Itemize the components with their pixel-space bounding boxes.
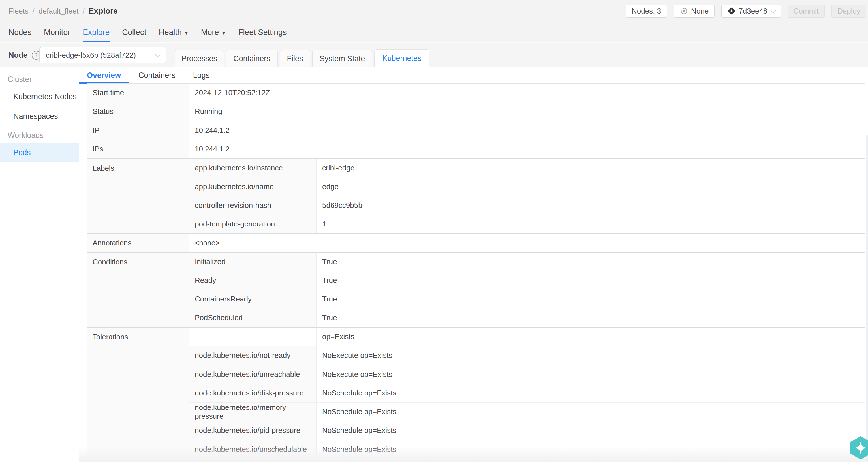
app-window: Fleets/default_fleet/Explore Nodes: 3 No… (0, 0, 868, 462)
tab-containers[interactable]: Containers (226, 50, 278, 67)
nav-item-more[interactable]: More▼ (201, 22, 226, 42)
tab-processes[interactable]: Processes (175, 50, 224, 67)
row-label: Tolerations (87, 327, 189, 459)
nav-item-fleet-settings[interactable]: Fleet Settings (238, 22, 286, 42)
version-dropdown[interactable]: 7d3ee48 (721, 4, 780, 18)
row-key: node.kubernetes.io/disk-pressure (189, 383, 316, 402)
commit-diamond-icon (727, 7, 736, 15)
fleet-nav: NodesMonitorExploreCollectHealth▼More▼Fl… (0, 22, 868, 42)
row-label: Start time (87, 84, 189, 102)
table-row: PodScheduledTrue (87, 309, 865, 327)
row-value: NoSchedule op=Exists (316, 383, 865, 402)
nav-item-monitor[interactable]: Monitor (44, 22, 70, 42)
restore-point-button[interactable]: None (674, 4, 715, 18)
tab-files[interactable]: Files (280, 50, 310, 67)
row-value: 10.244.1.2 (189, 121, 865, 140)
nav-item-label: Fleet Settings (238, 28, 286, 37)
node-toolbar: Node ? cribl-edge-l5x6p (528af722) Proce… (0, 42, 868, 67)
row-value: True (316, 252, 865, 271)
nav-item-collect[interactable]: Collect (122, 22, 146, 42)
caret-down-icon: ▼ (184, 31, 189, 35)
restore-icon (680, 7, 688, 15)
nav-item-label: Explore (83, 28, 110, 37)
table-row: pod-template-generation1 (87, 215, 865, 234)
row-value: True (316, 309, 865, 327)
nav-item-label: Collect (122, 28, 146, 37)
row-value: True (316, 290, 865, 309)
node-label: Node ? (8, 43, 41, 67)
caret-down-icon: ▼ (221, 31, 226, 35)
row-key: ContainersReady (189, 290, 316, 309)
table-row: node.kubernetes.io/unreachableNoExecute … (87, 365, 865, 383)
main-content: ClusterKubernetes NodesNamespacesWorkloa… (0, 67, 868, 462)
table-row: node.kubernetes.io/memory-pressureNoSche… (87, 403, 865, 421)
row-value: cribl-edge (316, 158, 865, 177)
nav-item-explore[interactable]: Explore (83, 22, 110, 42)
row-key: controller-revision-hash (189, 196, 316, 215)
top-header: Fleets/default_fleet/Explore Nodes: 3 No… (0, 0, 868, 22)
kubernetes-sidebar: ClusterKubernetes NodesNamespacesWorkloa… (0, 67, 79, 462)
deploy-button[interactable]: Deploy (832, 4, 866, 18)
row-value: True (316, 271, 865, 289)
row-label: IPs (87, 140, 189, 158)
table-row: node.kubernetes.io/not-readyNoExecute op… (87, 346, 865, 365)
row-key: node.kubernetes.io/unreachable (189, 365, 316, 383)
restore-label: None (691, 7, 709, 16)
subtab-label: Overview (87, 71, 121, 80)
row-value: Running (189, 102, 865, 121)
node-select-value: cribl-edge-l5x6p (528af722) (46, 51, 155, 60)
subtab-label: Logs (193, 71, 210, 80)
nav-item-nodes[interactable]: Nodes (8, 22, 31, 42)
nav-item-health[interactable]: Health▼ (159, 22, 189, 42)
row-value: NoSchedule op=Exists (316, 440, 865, 459)
deploy-label: Deploy (837, 7, 860, 16)
tab-label: System State (320, 54, 365, 63)
nav-item-label: Monitor (44, 28, 70, 37)
row-key: app.kubernetes.io/instance (189, 158, 316, 177)
node-label-text: Node (8, 51, 28, 60)
table-row: Start time2024-12-10T20:52:12Z (87, 84, 865, 102)
chevron-down-icon (155, 51, 162, 58)
row-label: IP (87, 121, 189, 140)
sidebar-section-cluster: Cluster (0, 72, 79, 87)
sidebar-item-namespaces[interactable]: Namespaces (0, 106, 79, 126)
nodes-count-label: Nodes: 3 (631, 7, 661, 16)
nav-item-label: More (201, 28, 219, 37)
tab-system-state[interactable]: System State (312, 50, 372, 67)
table-row: node.kubernetes.io/disk-pressureNoSchedu… (87, 383, 865, 402)
version-label: 7d3ee48 (739, 7, 767, 16)
node-select[interactable]: cribl-edge-l5x6p (528af722) (39, 47, 166, 63)
row-value: NoSchedule op=Exists (316, 421, 865, 440)
subtab-logs[interactable]: Logs (185, 67, 218, 83)
commit-button[interactable]: Commit (787, 4, 825, 18)
nodes-count-button[interactable]: Nodes: 3 (626, 4, 667, 18)
row-value: NoExecute op=Exists (316, 346, 865, 365)
sparkle-icon (852, 439, 868, 457)
sidebar-section-workloads: Workloads (0, 128, 79, 143)
scrollbar-track[interactable] (866, 135, 868, 462)
node-tabs: ProcessesContainersFilesSystem StateKube… (175, 49, 430, 67)
row-key: node.kubernetes.io/memory-pressure (189, 403, 316, 421)
row-value: 10.244.1.2 (189, 140, 865, 158)
row-key: node.kubernetes.io/not-ready (189, 346, 316, 365)
sidebar-item-pods[interactable]: Pods (0, 143, 79, 162)
nav-item-label: Nodes (8, 28, 31, 37)
row-key: node.kubernetes.io/unschedulable (189, 440, 316, 459)
row-key: Ready (189, 271, 316, 289)
table-row: IPs10.244.1.2 (87, 140, 865, 158)
pod-details-body: Start time2024-12-10T20:52:12ZStatusRunn… (87, 84, 865, 459)
table-row: app.kubernetes.io/nameedge (87, 177, 865, 196)
subtab-overview[interactable]: Overview (79, 67, 129, 83)
table-row: ReadyTrue (87, 271, 865, 289)
commit-label: Commit (794, 7, 819, 16)
breadcrumb-item-fleets[interactable]: Fleets (8, 7, 29, 16)
tab-kubernetes[interactable]: Kubernetes (374, 49, 430, 67)
table-row: StatusRunning (87, 102, 865, 121)
row-key: app.kubernetes.io/name (189, 177, 316, 196)
row-value: 1 (316, 215, 865, 234)
breadcrumb-item-default-fleet[interactable]: default_fleet (38, 7, 79, 16)
row-value: 5d69cc9b5b (316, 196, 865, 215)
subtab-containers[interactable]: Containers (130, 67, 183, 83)
header-actions: Nodes: 3 None 7d3ee48 Commit Deploy (626, 4, 866, 18)
sidebar-item-kubernetes-nodes[interactable]: Kubernetes Nodes (0, 87, 79, 106)
